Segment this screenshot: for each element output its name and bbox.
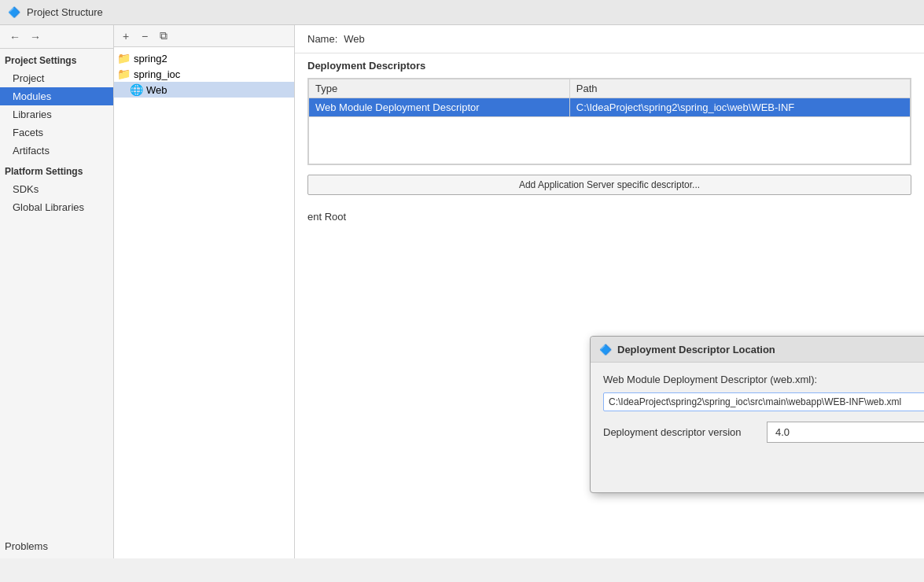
main-layout: ← → Project Settings Project Modules Lib… [0, 25, 924, 558]
window-title: Project Structure [27, 6, 103, 18]
tree-item-spring-ioc[interactable]: 📁 spring_ioc [114, 66, 294, 82]
platform-settings-label: Platform Settings [0, 160, 113, 180]
table-header-path: Path [569, 79, 910, 98]
content-root-section: ent Root [295, 204, 924, 229]
table-cell-path: C:\IdeaProject\spring2\spring_ioc\web\WE… [569, 98, 910, 117]
dialog-title-bar: 🔷 Deployment Descriptor Location ✕ [591, 337, 924, 363]
table-empty-row [309, 117, 911, 164]
left-sidebar: ← → Project Settings Project Modules Lib… [0, 25, 114, 558]
add-module-button[interactable]: + [117, 28, 134, 45]
deployment-descriptors-title: Deployment Descriptors [295, 53, 924, 78]
dialog-title: Deployment Descriptor Location [617, 344, 924, 355]
deployment-descriptors-table-container: Type Path Web Module Deployment Descript… [307, 78, 911, 165]
tree-content: 📁 spring2 📁 spring_ioc 🌐 Web [114, 47, 294, 558]
forward-button[interactable]: → [27, 28, 44, 46]
tree-panel: + − ⧉ 📁 spring2 📁 spring_ioc 🌐 Web [114, 25, 295, 558]
copy-module-button[interactable]: ⧉ [155, 28, 172, 45]
path-row: ▾ ... [603, 392, 924, 412]
path-input[interactable] [603, 392, 924, 411]
sidebar-item-problems[interactable]: Problems [0, 534, 113, 558]
content-panel: Name: Web Deployment Descriptors Type Pa… [295, 25, 924, 558]
name-value: Web [344, 33, 365, 45]
name-label: Name: [307, 33, 337, 45]
table-cell-type: Web Module Deployment Descriptor [309, 98, 570, 117]
version-select[interactable]: 4.0 3.1 3.0 2.5 2.4 2.3 [767, 422, 924, 443]
dialog-content: Web Module Deployment Descriptor (web.xm… [591, 363, 924, 492]
version-row: Deployment descriptor version 4.0 3.1 3.… [603, 422, 924, 443]
tree-item-web[interactable]: 🌐 Web [114, 82, 294, 98]
nav-toolbar: ← → [0, 25, 113, 49]
descriptor-label: Web Module Deployment Descriptor (web.xm… [603, 374, 924, 385]
table-header-type: Type [309, 79, 570, 98]
dialog-deployment-descriptor-location: 🔷 Deployment Descriptor Location ✕ Web M… [590, 336, 924, 493]
sidebar-item-sdks[interactable]: SDKs [0, 180, 113, 198]
remove-module-button[interactable]: − [136, 28, 153, 45]
deployment-descriptors-table: Type Path Web Module Deployment Descript… [308, 79, 911, 164]
dialog-icon: 🔷 [598, 342, 613, 356]
app-icon: 🔷 [6, 5, 22, 20]
dialog-buttons: OK Cancel [603, 454, 924, 481]
table-row[interactable]: Web Module Deployment Descriptor C:\Idea… [309, 98, 911, 117]
folder-icon: 📁 [117, 52, 131, 64]
folder-icon: 📁 [117, 68, 131, 80]
web-icon: 🌐 [130, 83, 143, 96]
sidebar-item-modules[interactable]: Modules [0, 87, 113, 105]
sidebar-item-libraries[interactable]: Libraries [0, 105, 113, 123]
project-settings-label: Project Settings [0, 49, 113, 69]
add-descriptor-button[interactable]: Add Application Server specific descript… [307, 175, 911, 195]
back-button[interactable]: ← [6, 28, 24, 46]
tree-item-spring2[interactable]: 📁 spring2 [114, 50, 294, 66]
sidebar-item-project[interactable]: Project [0, 69, 113, 87]
tree-toolbar: + − ⧉ [114, 25, 294, 47]
sidebar-item-artifacts[interactable]: Artifacts [0, 142, 113, 160]
version-label: Deployment descriptor version [603, 426, 760, 438]
sidebar-item-facets[interactable]: Facets [0, 123, 113, 142]
name-header: Name: Web [295, 25, 924, 53]
sidebar-item-global-libraries[interactable]: Global Libraries [0, 198, 113, 216]
title-bar: 🔷 Project Structure [0, 0, 924, 25]
